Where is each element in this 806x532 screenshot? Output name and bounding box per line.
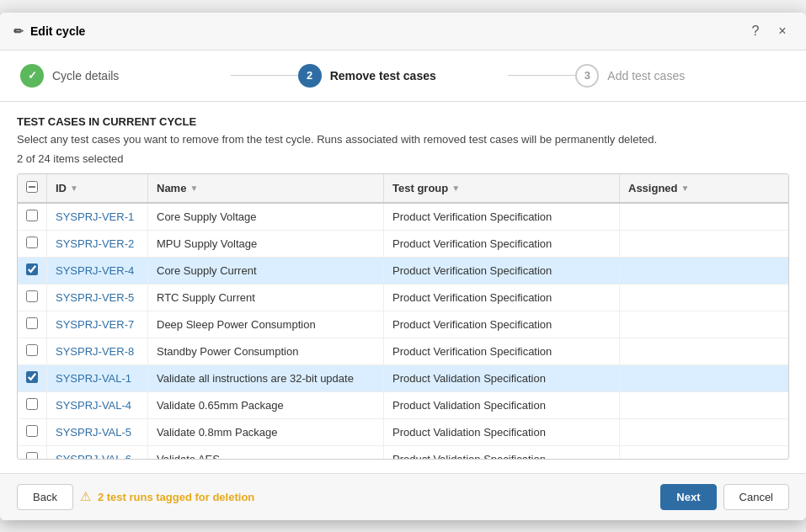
row-id: SYSPRJ-VAL-5 [47,418,148,445]
step-divider-1 [231,75,298,76]
row-testgroup: Product Verification Specification [384,311,620,338]
name-sort-icon: ▼ [189,184,198,193]
row-testgroup: Product Validation Specification [384,391,620,418]
id-link[interactable]: SYSPRJ-VER-1 [56,210,134,223]
row-checkbox[interactable] [26,237,38,248]
col-header-name: Name ▼ [148,174,384,203]
testgroup-sort-icon: ▼ [451,184,460,193]
row-name: MPU Supply Voltage [148,230,384,257]
wizard-steps: ✓ Cycle details 2 Remove test cases 3 Ad… [0,51,806,102]
back-button[interactable]: Back [17,484,73,510]
row-testgroup: Product Validation Specification [384,418,620,445]
col-header-testgroup: Test group ▼ [384,174,620,203]
row-checkbox[interactable] [26,210,38,221]
row-testgroup: Product Verification Specification [384,230,620,257]
help-button[interactable]: ? [745,21,766,41]
row-assigned [620,230,789,257]
table-row: SYSPRJ-VAL-5 Validate 0.8mm Package Prod… [18,418,788,445]
row-assigned [620,203,789,231]
modal-body: TEST CASES IN CURRENT CYCLE Select any t… [0,102,806,473]
warning-message: 2 test runs tagged for deletion [98,491,254,503]
row-id: SYSPRJ-VER-4 [47,257,148,284]
row-checkbox[interactable] [26,371,38,383]
row-checkbox[interactable] [26,263,38,275]
id-link[interactable]: SYSPRJ-VER-7 [56,318,134,331]
selected-count: 2 of 24 items selected [17,152,789,165]
table-row: SYSPRJ-VAL-4 Validate 0.65mm Package Pro… [18,391,788,418]
row-checkbox[interactable] [26,452,38,460]
section-title: TEST CASES IN CURRENT CYCLE [17,115,789,128]
col-header-assigned: Assigned ▼ [620,174,789,203]
col-header-id: ID ▼ [47,174,148,203]
row-id: SYSPRJ-VAL-6 [47,445,148,460]
step-3: 3 Add test cases [575,64,786,88]
row-checkbox[interactable] [26,398,38,410]
warning-icon: ⚠ [80,489,91,504]
table-row: SYSPRJ-VER-2 MPU Supply Voltage Product … [18,230,788,257]
next-button[interactable]: Next [660,484,716,510]
id-link[interactable]: SYSPRJ-VER-8 [56,345,134,358]
row-checkbox-cell [18,257,47,284]
row-checkbox-cell [18,203,47,231]
row-id: SYSPRJ-VER-1 [47,203,148,231]
table-row: SYSPRJ-VAL-6 Validate AES Product Valida… [18,445,788,460]
row-checkbox-cell [18,311,47,338]
footer-left: Back ⚠ 2 test runs tagged for deletion [17,484,254,510]
row-checkbox-cell [18,284,47,311]
step-3-circle: 3 [575,64,599,88]
row-testgroup: Product Verification Specification [384,338,620,364]
row-testgroup: Product Validation Specification [384,364,620,391]
step-2-number: 2 [307,69,312,82]
row-checkbox[interactable] [26,317,38,329]
row-checkbox-cell [18,418,47,445]
edit-cycle-modal: ✏ Edit cycle ? × ✓ Cycle details 2 Remov… [0,13,806,520]
select-all-checkbox[interactable] [26,181,38,193]
row-id: SYSPRJ-VER-2 [47,230,148,257]
row-checkbox-cell [18,391,47,418]
row-name: Standby Power Consumption [148,338,384,364]
row-name: Core Supply Current [148,257,384,284]
row-testgroup: Product Validation Specification [384,445,620,460]
table-row: SYSPRJ-VER-8 Standby Power Consumption P… [18,338,788,364]
close-button[interactable]: × [772,21,793,41]
id-link[interactable]: SYSPRJ-VER-5 [56,291,134,304]
step-2-circle: 2 [298,64,322,88]
assigned-sort-icon: ▼ [681,184,690,193]
modal-header: ✏ Edit cycle ? × [0,13,806,51]
row-assigned [620,364,789,391]
modal-header-actions: ? × [745,21,793,41]
id-link[interactable]: SYSPRJ-VAL-4 [56,399,131,412]
row-checkbox-cell [18,230,47,257]
row-assigned [620,257,789,284]
cancel-button[interactable]: Cancel [723,484,789,510]
test-cases-table: ID ▼ Name ▼ Test group [18,174,788,460]
footer-right: Next Cancel [660,484,789,510]
row-name: Validate all instructions are 32-bit upd… [148,364,384,391]
row-checkbox[interactable] [26,290,38,302]
row-id: SYSPRJ-VAL-4 [47,391,148,418]
select-all-header [18,174,47,203]
id-link[interactable]: SYSPRJ-VER-4 [56,264,134,277]
id-link[interactable]: SYSPRJ-VAL-1 [56,372,131,385]
row-name: Deep Sleep Power Consumption [148,311,384,338]
row-id: SYSPRJ-VER-8 [47,338,148,364]
row-assigned [620,418,789,445]
table-row: SYSPRJ-VAL-1 Validate all instructions a… [18,364,788,391]
row-testgroup: Product Verification Specification [384,284,620,311]
step-divider-2 [508,75,575,76]
step-3-label: Add test cases [607,69,685,82]
row-name: Validate AES [148,445,384,460]
row-name: RTC Supply Current [148,284,384,311]
row-checkbox-cell [18,364,47,391]
row-checkbox[interactable] [26,425,38,437]
id-link[interactable]: SYSPRJ-VER-2 [56,237,134,250]
row-id: SYSPRJ-VER-5 [47,284,148,311]
id-sort-icon: ▼ [70,184,78,193]
section-description: Select any test cases you want to remove… [17,133,789,146]
id-link[interactable]: SYSPRJ-VAL-5 [56,426,131,439]
row-checkbox[interactable] [26,344,38,356]
row-name: Core Supply Voltage [148,203,384,231]
row-assigned [620,391,789,418]
test-cases-table-wrapper: ID ▼ Name ▼ Test group [17,173,789,460]
id-link[interactable]: SYSPRJ-VAL-6 [56,453,131,460]
